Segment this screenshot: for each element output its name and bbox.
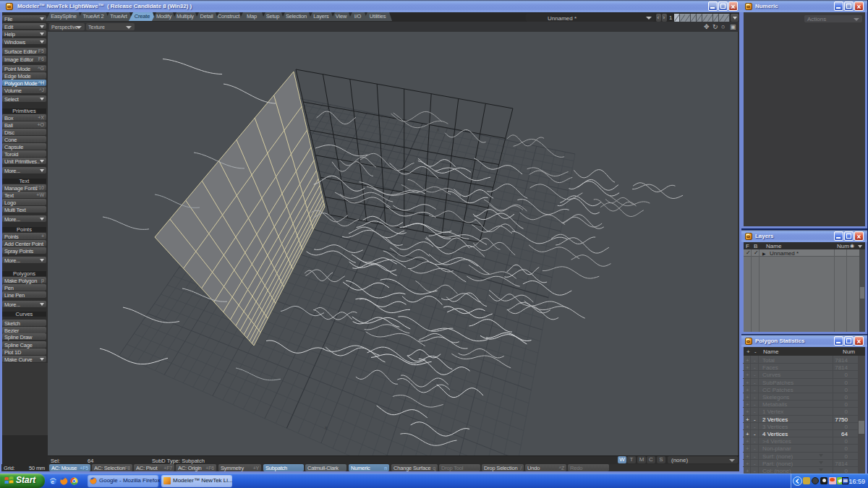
svg-text:x: x (437, 127, 440, 132)
svg-text:e: e (51, 479, 55, 485)
svg-text:x: x (325, 425, 328, 430)
